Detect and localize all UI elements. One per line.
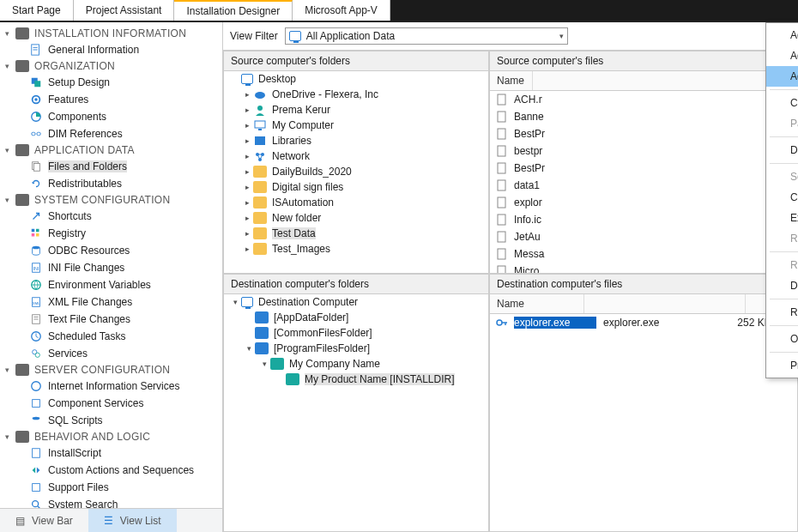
view-filter-select[interactable]: All Application Data ▾ bbox=[285, 27, 568, 45]
svg-point-36 bbox=[257, 106, 263, 111]
sidebar-item-general-information[interactable]: General Information bbox=[0, 41, 222, 58]
sidebar-item-text[interactable]: Text File Changes bbox=[0, 311, 222, 328]
menu-item[interactable]: Extract COM Data for Key File bbox=[766, 208, 798, 228]
menu-item: Resolve Project Output... bbox=[766, 255, 798, 275]
folder-product[interactable]: My Product Name [INSTALLDIR] bbox=[224, 372, 488, 387]
folder-icon bbox=[255, 327, 269, 339]
svg-rect-37 bbox=[255, 121, 265, 128]
section-behavior-logic[interactable]: ▾BEHAVIOR AND LOGIC bbox=[0, 429, 222, 444]
file-row[interactable]: BestPr bbox=[490, 160, 797, 177]
folder-row[interactable]: ▸Digital sign files bbox=[224, 179, 488, 195]
menu-item[interactable]: CopyCtrl+C bbox=[766, 93, 798, 113]
sidebar-item-installscript[interactable]: InstallScript bbox=[0, 444, 222, 462]
folder-programfiles[interactable]: ▾[ProgramFilesFolder] bbox=[224, 341, 488, 356]
svg-rect-29 bbox=[33, 400, 40, 408]
folder-row[interactable]: ▸OneDrive - Flexera, Inc bbox=[224, 87, 488, 102]
sidebar-item-dim-references[interactable]: DIM References bbox=[0, 125, 222, 142]
menu-item[interactable]: Clear Key File bbox=[766, 187, 798, 208]
menu-item[interactable]: Properties bbox=[766, 355, 798, 376]
sidebar-item-shortcuts[interactable]: Shortcuts bbox=[0, 208, 222, 225]
database-icon bbox=[29, 244, 43, 257]
section-server-configuration[interactable]: ▾SERVER CONFIGURATION bbox=[0, 362, 222, 378]
sidebar-item-scheduled[interactable]: Scheduled Tasks bbox=[0, 328, 222, 345]
sidebar-item-features[interactable]: Features bbox=[0, 91, 222, 108]
file-row[interactable]: Micro bbox=[490, 263, 797, 273]
layers-icon bbox=[29, 76, 43, 89]
file-row[interactable]: bestpr bbox=[490, 142, 797, 160]
file-row[interactable]: data1 bbox=[490, 177, 797, 194]
folder-row[interactable]: ▸ISAutomation bbox=[224, 195, 488, 210]
file-icon bbox=[495, 127, 509, 141]
file-row[interactable]: Info.ic bbox=[490, 211, 797, 228]
file-row[interactable]: JetAu bbox=[490, 228, 797, 245]
section-system-configuration[interactable]: ▾SYSTEM CONFIGURATION bbox=[0, 192, 222, 208]
menu-item[interactable]: Dependencies from scan at build... bbox=[766, 275, 798, 296]
sidebar-tree[interactable]: ▾INSTALLATION INFORMATION General Inform… bbox=[0, 22, 222, 508]
section-organization[interactable]: ▾ORGANIZATION bbox=[0, 58, 222, 74]
menu-item[interactable]: Add File Removal... bbox=[766, 45, 798, 66]
file-row[interactable]: ACH.r bbox=[490, 91, 797, 108]
sidebar-item-sql[interactable]: SQL Scripts bbox=[0, 412, 222, 429]
folder-row[interactable]: ▸My Computer bbox=[224, 118, 488, 133]
sidebar-item-odbc[interactable]: ODBC Resources bbox=[0, 242, 222, 259]
folder-row[interactable]: ▸New folder bbox=[224, 210, 488, 226]
sidebar-item-component-services[interactable]: Component Services bbox=[0, 395, 222, 412]
sidebar-item-xml[interactable]: XMLXML File Changes bbox=[0, 293, 222, 311]
view-list-button[interactable]: ☰View List bbox=[88, 509, 177, 532]
folder-company[interactable]: ▾My Company Name bbox=[224, 356, 488, 372]
sidebar-item-support-files[interactable]: Support Files bbox=[0, 479, 222, 496]
sidebar-item-custom-actions[interactable]: Custom Actions and Sequences bbox=[0, 462, 222, 479]
section-installation-information[interactable]: ▾INSTALLATION INFORMATION bbox=[0, 26, 222, 41]
file-row[interactable]: BestPr bbox=[490, 125, 797, 142]
tab-installation-designer[interactable]: Installation Designer bbox=[174, 0, 293, 21]
menu-item[interactable]: Add File... bbox=[766, 25, 798, 45]
view-bar-button[interactable]: ▤View Bar bbox=[0, 509, 88, 532]
folder-row[interactable]: ▸Test Data bbox=[224, 226, 488, 241]
chevron-right-icon: ▸ bbox=[241, 106, 253, 114]
folder-dest-computer[interactable]: ▾Destination Computer bbox=[224, 294, 488, 310]
tab-project-assistant[interactable]: Project Assistant bbox=[74, 0, 175, 21]
sidebar-item-components[interactable]: Components bbox=[0, 108, 222, 125]
sidebar-item-ini[interactable]: INIINI File Changes bbox=[0, 259, 222, 276]
menu-item[interactable]: DeleteDel bbox=[766, 140, 798, 160]
sidebar-item-redistributables[interactable]: Redistributables bbox=[0, 175, 222, 192]
section-application-data[interactable]: ▾APPLICATION DATA bbox=[0, 142, 222, 158]
file-explorer[interactable]: explorer.exe explorer.exe 252 KB <F bbox=[490, 314, 797, 331]
svg-rect-12 bbox=[32, 229, 35, 233]
dest-files-body[interactable]: Name explorer.exe explorer.exe 252 KB <F bbox=[490, 294, 797, 531]
folder-icon bbox=[253, 227, 267, 239]
sidebar-item-setup-design[interactable]: Setup Design bbox=[0, 74, 222, 91]
folder-row[interactable]: ▸Libraries bbox=[224, 133, 488, 148]
source-folders-body[interactable]: Desktop ▸OneDrive - Flexera, Inc▸Prema K… bbox=[224, 71, 488, 273]
folder-row[interactable]: ▸Test_Images bbox=[224, 241, 488, 257]
sidebar-item-registry[interactable]: Registry bbox=[0, 225, 222, 242]
menu-item[interactable]: Add Shortcut bbox=[766, 66, 798, 87]
menu-separator bbox=[770, 136, 798, 137]
menu-item[interactable]: Open Containing Folder bbox=[766, 329, 798, 349]
tab-microsoft-appv[interactable]: Microsoft App-V bbox=[293, 0, 390, 21]
folder-row[interactable]: ▸Prema Kerur bbox=[224, 102, 488, 118]
folder-appdata[interactable]: [AppDataFolder] bbox=[224, 310, 488, 325]
col-name[interactable]: Name bbox=[490, 71, 533, 90]
sidebar-item-services[interactable]: Services bbox=[0, 345, 222, 362]
folder-row[interactable]: ▸DailyBuilds_2020 bbox=[224, 164, 488, 179]
folder-desktop[interactable]: Desktop bbox=[224, 71, 488, 87]
folder-row[interactable]: ▸Network bbox=[224, 148, 488, 164]
sidebar-item-iis[interactable]: Internet Information Services bbox=[0, 378, 222, 395]
file-row[interactable]: Messa bbox=[490, 245, 797, 263]
svg-point-35 bbox=[255, 92, 265, 99]
file-row[interactable]: explor bbox=[490, 194, 797, 211]
col-name[interactable]: Name bbox=[490, 294, 584, 313]
svg-text:XML: XML bbox=[33, 301, 41, 305]
sidebar-item-system-search[interactable]: System Search bbox=[0, 496, 222, 508]
sidebar-item-env[interactable]: Environment Variables bbox=[0, 276, 222, 293]
file-row[interactable]: Banne bbox=[490, 108, 797, 125]
col-link[interactable] bbox=[584, 294, 746, 313]
menu-item[interactable]: Refresh bbox=[766, 302, 798, 323]
folder-commonfiles[interactable]: [CommonFilesFolder] bbox=[224, 325, 488, 341]
tab-start-page[interactable]: Start Page bbox=[0, 0, 74, 21]
folder-icon bbox=[15, 60, 29, 72]
dest-folders-body[interactable]: ▾Destination Computer [AppDataFolder] [C… bbox=[224, 294, 488, 531]
source-files-body[interactable]: Name ACH.rBanneBestPrbestprBestPrdata1ex… bbox=[490, 71, 797, 273]
sidebar-item-files-folders[interactable]: Files and Folders bbox=[0, 158, 222, 175]
